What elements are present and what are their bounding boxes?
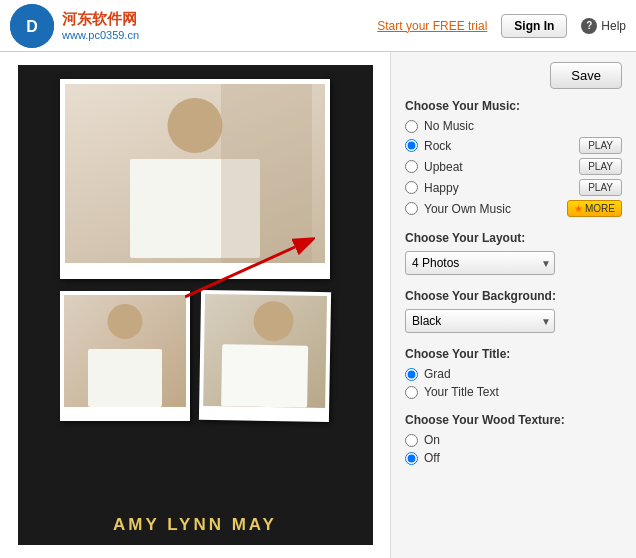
music-radio-no-music[interactable]: [405, 120, 418, 133]
music-option-rock: Rock PLAY: [405, 137, 622, 154]
photo-top: [60, 79, 330, 279]
music-radio-rock[interactable]: [405, 139, 418, 152]
music-option-happy: Happy PLAY: [405, 179, 622, 196]
background-select-wrapper: Black White Blue Red Green ▼: [405, 309, 555, 333]
music-label-happy: Happy: [424, 181, 573, 195]
layout-section-label: Choose Your Layout:: [405, 231, 622, 245]
save-button[interactable]: Save: [550, 62, 622, 89]
wood-texture-section: Choose Your Wood Texture: On Off: [405, 413, 622, 465]
title-label-grad: Grad: [424, 367, 622, 381]
header-actions: Start your FREE trial Sign In ? Help: [377, 14, 626, 38]
music-play-upbeat[interactable]: PLAY: [579, 158, 622, 175]
main: AMY LYNN MAY Save Choose Your Music: No …: [0, 52, 636, 558]
save-row: Save: [405, 62, 622, 89]
title-option-your-title: Your Title Text: [405, 385, 622, 399]
music-radio-happy[interactable]: [405, 181, 418, 194]
wood-label-on: On: [424, 433, 622, 447]
help-label: Help: [601, 19, 626, 33]
music-label-no-music: No Music: [424, 119, 622, 133]
music-section-label: Choose Your Music:: [405, 99, 622, 113]
music-radio-your-own[interactable]: [405, 202, 418, 215]
background-select[interactable]: Black White Blue Red Green: [405, 309, 555, 333]
wood-radio-on[interactable]: [405, 434, 418, 447]
music-play-rock[interactable]: PLAY: [579, 137, 622, 154]
music-play-happy[interactable]: PLAY: [579, 179, 622, 196]
logo-title: 河东软件网: [62, 10, 139, 29]
wood-option-off: Off: [405, 451, 622, 465]
music-option-no-music: No Music: [405, 119, 622, 133]
logo-area: D 河东软件网 www.pc0359.cn: [10, 4, 377, 48]
star-icon: ★: [574, 203, 583, 214]
signin-button[interactable]: Sign In: [501, 14, 567, 38]
title-label-your-title: Your Title Text: [424, 385, 622, 399]
logo-icon: D: [10, 4, 54, 48]
name-bar: AMY LYNN MAY: [18, 505, 373, 545]
background-section-label: Choose Your Background:: [405, 289, 622, 303]
photo-bottom-left: [60, 291, 190, 421]
title-section: Choose Your Title: Grad Your Title Text: [405, 347, 622, 399]
title-section-label: Choose Your Title:: [405, 347, 622, 361]
title-radio-grad[interactable]: [405, 368, 418, 381]
layout-section: Choose Your Layout: 1 Photo 2 Photos 3 P…: [405, 231, 622, 275]
music-label-upbeat: Upbeat: [424, 160, 573, 174]
music-section: Choose Your Music: No Music Rock PLAY Up…: [405, 99, 622, 217]
free-trial-link[interactable]: Start your FREE trial: [377, 19, 487, 33]
music-option-your-own: Your Own Music ★ MORE: [405, 200, 622, 217]
preview-panel: AMY LYNN MAY: [0, 52, 390, 558]
music-option-upbeat: Upbeat PLAY: [405, 158, 622, 175]
music-more-button[interactable]: ★ MORE: [567, 200, 622, 217]
layout-select[interactable]: 1 Photo 2 Photos 3 Photos 4 Photos 5 Pho…: [405, 251, 555, 275]
music-label-your-own: Your Own Music: [424, 202, 561, 216]
wood-option-on: On: [405, 433, 622, 447]
controls-panel: Save Choose Your Music: No Music Rock PL…: [390, 52, 636, 558]
music-radio-upbeat[interactable]: [405, 160, 418, 173]
photo-top-inner: [65, 84, 325, 263]
music-label-rock: Rock: [424, 139, 573, 153]
photo-bottom-right: [199, 290, 331, 422]
wood-label-off: Off: [424, 451, 622, 465]
photos-bottom-row: [60, 291, 330, 421]
logo-subtitle: www.pc0359.cn: [62, 29, 139, 41]
svg-text:D: D: [26, 18, 38, 35]
photo-collage: AMY LYNN MAY: [18, 65, 373, 545]
help-button[interactable]: ? Help: [581, 18, 626, 34]
help-icon-circle: ?: [581, 18, 597, 34]
layout-select-wrapper: 1 Photo 2 Photos 3 Photos 4 Photos 5 Pho…: [405, 251, 555, 275]
logo-text: 河东软件网 www.pc0359.cn: [62, 10, 139, 41]
title-radio-your-title[interactable]: [405, 386, 418, 399]
header: D 河东软件网 www.pc0359.cn Start your FREE tr…: [0, 0, 636, 52]
background-section: Choose Your Background: Black White Blue…: [405, 289, 622, 333]
wood-radio-off[interactable]: [405, 452, 418, 465]
title-option-grad: Grad: [405, 367, 622, 381]
wood-texture-section-label: Choose Your Wood Texture:: [405, 413, 622, 427]
